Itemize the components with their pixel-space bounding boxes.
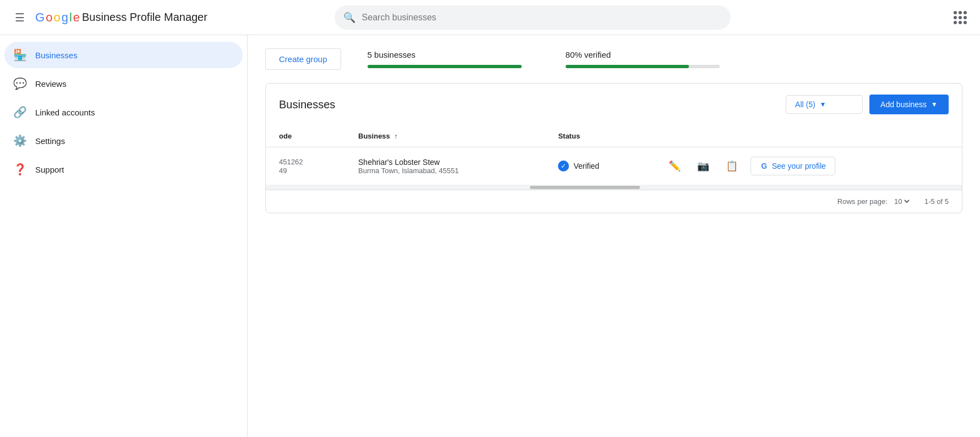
col-actions [651, 125, 962, 147]
sidebar: 🏪 Businesses 💬 Reviews 🔗 Linked accounts… [0, 35, 248, 437]
add-post-icon[interactable]: 📋 [722, 156, 742, 176]
settings-icon: ⚙️ [13, 134, 26, 147]
col-status: Status [545, 125, 651, 147]
col-business: Business ↑ [345, 125, 545, 147]
business-address: Burma Town, Islamabad, 45551 [358, 167, 532, 175]
status-verified: ✓ Verified [558, 161, 638, 172]
stats-section: 5 businesses 80% verified [368, 50, 962, 68]
body: 🏪 Businesses 💬 Reviews 🔗 Linked accounts… [0, 35, 980, 437]
add-business-chevron-icon: ▼ [931, 101, 938, 108]
filter-dropdown[interactable]: All (5) ▼ [786, 95, 863, 114]
sidebar-label-businesses: Businesses [35, 51, 78, 60]
businesses-progress-fill [368, 65, 522, 68]
sidebar-item-support[interactable]: ❓ Support [4, 156, 243, 182]
sidebar-item-linked-accounts[interactable]: 🔗 Linked accounts [4, 99, 243, 125]
businesses-progress-bar [368, 65, 522, 68]
search-icon: 🔍 [343, 12, 355, 24]
filter-label: All (5) [795, 100, 815, 109]
action-icons: ✏️ 📷 📋 G See your profile [665, 156, 949, 176]
businesses-icon: 🏪 [13, 48, 26, 62]
linked-accounts-icon: 🔗 [13, 106, 26, 119]
sidebar-label-support: Support [35, 165, 64, 174]
top-bar: Create group 5 businesses 80% verified [265, 48, 962, 70]
rows-per-page-select[interactable]: 10 25 50 [892, 197, 911, 206]
sidebar-item-settings[interactable]: ⚙️ Settings [4, 128, 243, 154]
col-code: ode [266, 125, 345, 147]
add-photo-icon[interactable]: 📷 [693, 156, 713, 176]
header: ☰ Google Business Profile Manager 🔍 [0, 0, 980, 35]
businesses-stat: 5 businesses [368, 50, 522, 68]
create-group-button[interactable]: Create group [265, 48, 341, 70]
sidebar-label-reviews: Reviews [35, 79, 67, 88]
add-business-label: Add business [880, 100, 927, 109]
main-content: Create group 5 businesses 80% verified [248, 35, 980, 437]
see-profile-label: See your profile [772, 162, 826, 170]
app-title: Business Profile Manager [82, 11, 207, 24]
add-business-button[interactable]: Add business ▼ [869, 95, 949, 114]
rows-per-page-label: Rows per page: [837, 197, 888, 206]
grid-dots [954, 11, 967, 24]
verified-text: Verified [573, 162, 599, 170]
table-header: ode Business ↑ Status [266, 125, 962, 147]
sidebar-label-linked-accounts: Linked accounts [35, 108, 95, 117]
edit-icon[interactable]: ✏️ [665, 156, 685, 176]
table-body: 45126249 Shehriar's Lobster Stew Burma T… [266, 147, 962, 185]
menu-icon[interactable]: ☰ [9, 7, 31, 29]
verified-stat: 80% verified [566, 50, 720, 68]
businesses-table: ode Business ↑ Status 45126249 Shehriar'… [266, 125, 962, 185]
sidebar-item-reviews[interactable]: 💬 Reviews [4, 70, 243, 97]
pagination-info: 1-5 of 5 [924, 197, 949, 206]
card-actions: All (5) ▼ Add business ▼ [786, 95, 949, 114]
row-status: ✓ Verified [545, 147, 651, 185]
header-right [949, 7, 971, 29]
verified-badge-icon: ✓ [558, 161, 569, 172]
scroll-thumb[interactable] [530, 186, 640, 189]
search-input[interactable] [362, 13, 722, 23]
sort-icon: ↑ [394, 132, 397, 140]
chevron-down-icon: ▼ [820, 101, 826, 108]
row-code: 45126249 [266, 147, 345, 185]
apps-icon[interactable] [949, 7, 971, 29]
card-header: Businesses All (5) ▼ Add business ▼ [266, 84, 962, 125]
businesses-card: Businesses All (5) ▼ Add business ▼ ode [265, 83, 962, 213]
row-business: Shehriar's Lobster Stew Burma Town, Isla… [345, 147, 545, 185]
rows-per-page: Rows per page: 10 25 50 [837, 197, 911, 206]
horizontal-scrollbar[interactable] [266, 185, 962, 190]
sidebar-item-businesses[interactable]: 🏪 Businesses [4, 42, 243, 68]
verified-progress-bar [566, 65, 720, 68]
see-profile-button[interactable]: G See your profile [751, 157, 835, 175]
businesses-count: 5 businesses [368, 50, 522, 59]
business-name: Shehriar's Lobster Stew [358, 158, 532, 167]
support-icon: ❓ [13, 163, 26, 176]
table-footer: Rows per page: 10 25 50 1-5 of 5 [266, 190, 962, 213]
reviews-icon: 💬 [13, 77, 26, 90]
row-actions: ✏️ 📷 📋 G See your profile [651, 147, 962, 185]
google-logo: Google [35, 10, 80, 25]
table-row: 45126249 Shehriar's Lobster Stew Burma T… [266, 147, 962, 185]
search-bar[interactable]: 🔍 [335, 5, 731, 30]
verified-progress-fill [566, 65, 689, 68]
verified-label: 80% verified [566, 50, 720, 59]
google-g-icon: G [760, 162, 769, 170]
card-title: Businesses [279, 98, 335, 111]
sidebar-label-settings: Settings [35, 136, 65, 146]
